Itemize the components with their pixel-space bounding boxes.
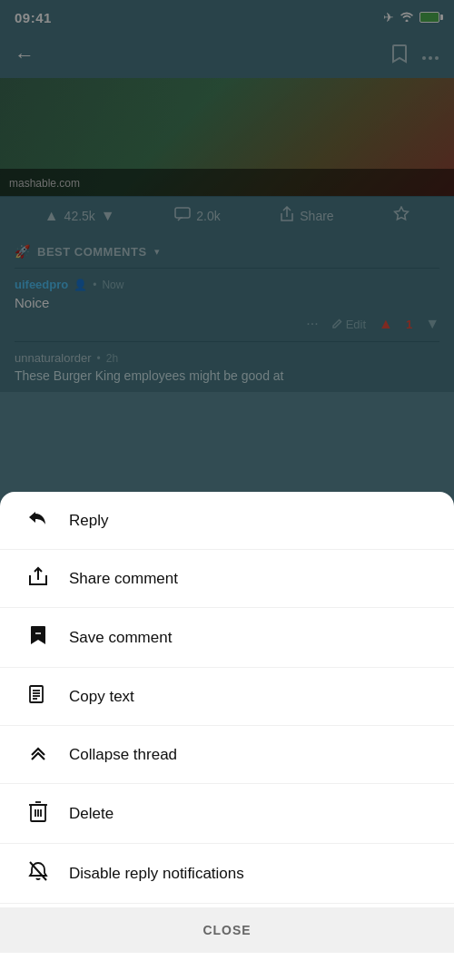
share-comment-button[interactable]: Share comment	[0, 550, 454, 608]
close-button[interactable]: CLOSE	[0, 907, 454, 953]
close-label: CLOSE	[202, 923, 251, 937]
collapse-thread-icon	[25, 742, 51, 767]
collapse-thread-label: Collapse thread	[69, 746, 177, 764]
disable-notifications-label: Disable reply notifications	[69, 865, 244, 883]
home-indicator	[173, 968, 281, 973]
save-comment-label: Save comment	[69, 629, 172, 647]
copy-text-icon	[25, 684, 51, 709]
bell-off-icon	[25, 860, 51, 887]
collapse-thread-button[interactable]: Collapse thread	[0, 726, 454, 784]
svg-rect-4	[30, 686, 43, 702]
share-comment-icon	[25, 566, 51, 591]
reply-icon	[25, 508, 51, 533]
copy-text-button[interactable]: Copy text	[0, 668, 454, 726]
copy-text-label: Copy text	[69, 688, 134, 706]
delete-button[interactable]: Delete	[0, 784, 454, 844]
disable-notifications-button[interactable]: Disable reply notifications	[0, 844, 454, 904]
save-comment-button[interactable]: Save comment	[0, 608, 454, 668]
reply-button[interactable]: Reply	[0, 492, 454, 550]
reply-label: Reply	[69, 512, 108, 530]
save-comment-icon	[25, 624, 51, 651]
bottom-sheet: Reply Share comment Save comment	[0, 492, 454, 980]
delete-label: Delete	[69, 805, 114, 823]
delete-icon	[25, 800, 51, 827]
share-comment-label: Share comment	[69, 570, 178, 588]
